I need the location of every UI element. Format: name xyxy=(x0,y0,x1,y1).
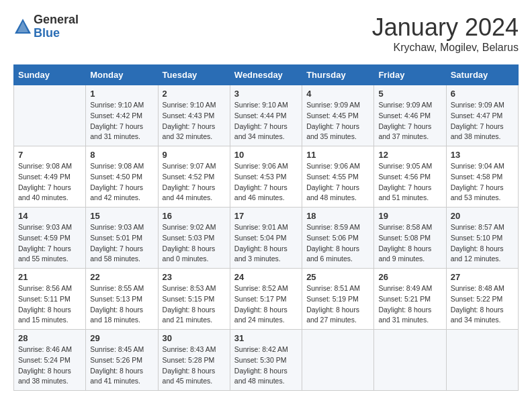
calendar-cell: 27Sunrise: 8:48 AMSunset: 5:22 PMDayligh… xyxy=(446,269,518,330)
day-info: Sunrise: 9:02 AMSunset: 5:03 PMDaylight:… xyxy=(163,222,226,265)
day-number: 20 xyxy=(451,211,514,221)
day-info: Sunrise: 8:45 AMSunset: 5:26 PMDaylight:… xyxy=(90,345,153,387)
day-number: 21 xyxy=(18,272,81,282)
day-info: Sunrise: 9:03 AMSunset: 4:59 PMDaylight:… xyxy=(18,222,81,265)
calendar-cell: 29Sunrise: 8:45 AMSunset: 5:26 PMDayligh… xyxy=(86,330,158,391)
calendar-cell: 15Sunrise: 9:03 AMSunset: 5:01 PMDayligh… xyxy=(86,208,158,269)
calendar-cell: 1Sunrise: 9:10 AMSunset: 4:42 PMDaylight… xyxy=(86,85,158,146)
calendar-week-row: 1Sunrise: 9:10 AMSunset: 4:42 PMDaylight… xyxy=(14,85,519,146)
calendar-header-row: SundayMondayTuesdayWednesdayThursdayFrid… xyxy=(14,65,519,85)
day-info: Sunrise: 9:09 AMSunset: 4:45 PMDaylight:… xyxy=(306,100,369,142)
day-number: 30 xyxy=(163,333,226,343)
day-info: Sunrise: 8:46 AMSunset: 5:24 PMDaylight:… xyxy=(18,345,81,387)
day-info: Sunrise: 8:48 AMSunset: 5:22 PMDaylight:… xyxy=(451,283,514,326)
day-info: Sunrise: 9:07 AMSunset: 4:52 PMDaylight:… xyxy=(163,161,226,203)
calendar-week-row: 14Sunrise: 9:03 AMSunset: 4:59 PMDayligh… xyxy=(14,208,519,269)
day-number: 13 xyxy=(451,150,514,160)
day-of-week-header: Friday xyxy=(374,65,446,85)
day-number: 5 xyxy=(378,89,441,99)
day-number: 1 xyxy=(90,89,153,99)
logo-blue-text: Blue xyxy=(34,27,79,40)
day-info: Sunrise: 8:53 AMSunset: 5:15 PMDaylight:… xyxy=(163,283,226,326)
logo-general-text: General xyxy=(34,13,79,27)
day-number: 26 xyxy=(378,272,441,282)
calendar-cell: 23Sunrise: 8:53 AMSunset: 5:15 PMDayligh… xyxy=(158,269,230,330)
logo: General Blue xyxy=(13,13,79,40)
day-info: Sunrise: 8:57 AMSunset: 5:10 PMDaylight:… xyxy=(451,222,514,265)
day-of-week-header: Sunday xyxy=(14,65,86,85)
location-subtitle: Krychaw, Mogilev, Belarus xyxy=(372,42,519,54)
calendar-cell xyxy=(302,330,374,391)
day-number: 28 xyxy=(18,333,81,343)
day-number: 3 xyxy=(234,89,298,99)
day-number: 31 xyxy=(234,333,298,343)
calendar-week-row: 21Sunrise: 8:56 AMSunset: 5:11 PMDayligh… xyxy=(14,269,519,330)
day-info: Sunrise: 8:58 AMSunset: 5:08 PMDaylight:… xyxy=(378,222,441,265)
month-title: January 2024 xyxy=(372,13,519,42)
calendar-cell: 7Sunrise: 9:08 AMSunset: 4:49 PMDaylight… xyxy=(14,146,86,208)
day-of-week-header: Tuesday xyxy=(158,65,230,85)
calendar-cell: 18Sunrise: 8:59 AMSunset: 5:06 PMDayligh… xyxy=(302,208,374,269)
day-number: 6 xyxy=(451,89,514,99)
day-number: 12 xyxy=(378,150,441,160)
day-number: 18 xyxy=(306,211,369,221)
day-info: Sunrise: 9:08 AMSunset: 4:49 PMDaylight:… xyxy=(18,161,81,203)
day-number: 27 xyxy=(451,272,514,282)
day-number: 25 xyxy=(306,272,369,282)
day-info: Sunrise: 9:10 AMSunset: 4:42 PMDaylight:… xyxy=(90,100,153,142)
calendar-cell: 31Sunrise: 8:42 AMSunset: 5:30 PMDayligh… xyxy=(230,330,302,391)
day-number: 14 xyxy=(18,211,81,221)
day-number: 24 xyxy=(234,272,298,282)
day-info: Sunrise: 9:08 AMSunset: 4:50 PMDaylight:… xyxy=(90,161,153,203)
day-info: Sunrise: 9:09 AMSunset: 4:46 PMDaylight:… xyxy=(378,100,441,142)
calendar-cell: 28Sunrise: 8:46 AMSunset: 5:24 PMDayligh… xyxy=(14,330,86,391)
calendar-cell: 12Sunrise: 9:05 AMSunset: 4:56 PMDayligh… xyxy=(374,146,446,208)
day-info: Sunrise: 9:09 AMSunset: 4:47 PMDaylight:… xyxy=(451,100,514,142)
calendar-cell: 11Sunrise: 9:06 AMSunset: 4:55 PMDayligh… xyxy=(302,146,374,208)
day-info: Sunrise: 9:05 AMSunset: 4:56 PMDaylight:… xyxy=(378,161,441,203)
day-number: 8 xyxy=(90,150,153,160)
calendar-cell: 26Sunrise: 8:49 AMSunset: 5:21 PMDayligh… xyxy=(374,269,446,330)
day-of-week-header: Saturday xyxy=(446,65,518,85)
day-number: 15 xyxy=(90,211,153,221)
calendar-cell: 6Sunrise: 9:09 AMSunset: 4:47 PMDaylight… xyxy=(446,85,518,146)
calendar-week-row: 7Sunrise: 9:08 AMSunset: 4:49 PMDaylight… xyxy=(14,146,519,208)
day-number: 2 xyxy=(163,89,226,99)
day-number: 4 xyxy=(306,89,369,99)
calendar-cell xyxy=(446,330,518,391)
day-number: 10 xyxy=(234,150,298,160)
calendar-cell: 16Sunrise: 9:02 AMSunset: 5:03 PMDayligh… xyxy=(158,208,230,269)
calendar-cell: 22Sunrise: 8:55 AMSunset: 5:13 PMDayligh… xyxy=(86,269,158,330)
calendar-cell: 17Sunrise: 9:01 AMSunset: 5:04 PMDayligh… xyxy=(230,208,302,269)
calendar-cell: 2Sunrise: 9:10 AMSunset: 4:43 PMDaylight… xyxy=(158,85,230,146)
day-info: Sunrise: 9:01 AMSunset: 5:04 PMDaylight:… xyxy=(234,222,298,265)
day-info: Sunrise: 8:55 AMSunset: 5:13 PMDaylight:… xyxy=(90,283,153,326)
calendar-cell: 14Sunrise: 9:03 AMSunset: 4:59 PMDayligh… xyxy=(14,208,86,269)
calendar-cell: 8Sunrise: 9:08 AMSunset: 4:50 PMDaylight… xyxy=(86,146,158,208)
calendar-cell: 21Sunrise: 8:56 AMSunset: 5:11 PMDayligh… xyxy=(14,269,86,330)
calendar-cell: 4Sunrise: 9:09 AMSunset: 4:45 PMDaylight… xyxy=(302,85,374,146)
title-section: January 2024 Krychaw, Mogilev, Belarus xyxy=(372,13,519,54)
day-info: Sunrise: 8:52 AMSunset: 5:17 PMDaylight:… xyxy=(234,283,298,326)
calendar-cell: 19Sunrise: 8:58 AMSunset: 5:08 PMDayligh… xyxy=(374,208,446,269)
day-info: Sunrise: 9:06 AMSunset: 4:53 PMDaylight:… xyxy=(234,161,298,203)
calendar-cell: 25Sunrise: 8:51 AMSunset: 5:19 PMDayligh… xyxy=(302,269,374,330)
day-number: 17 xyxy=(234,211,298,221)
day-of-week-header: Wednesday xyxy=(230,65,302,85)
calendar-cell: 13Sunrise: 9:04 AMSunset: 4:58 PMDayligh… xyxy=(446,146,518,208)
calendar-cell: 9Sunrise: 9:07 AMSunset: 4:52 PMDaylight… xyxy=(158,146,230,208)
calendar-cell: 30Sunrise: 8:43 AMSunset: 5:28 PMDayligh… xyxy=(158,330,230,391)
day-info: Sunrise: 8:59 AMSunset: 5:06 PMDaylight:… xyxy=(306,222,369,265)
day-info: Sunrise: 8:51 AMSunset: 5:19 PMDaylight:… xyxy=(306,283,369,326)
day-of-week-header: Thursday xyxy=(302,65,374,85)
page-header: General Blue January 2024 Krychaw, Mogil… xyxy=(13,13,519,54)
day-info: Sunrise: 9:10 AMSunset: 4:43 PMDaylight:… xyxy=(163,100,226,142)
day-number: 29 xyxy=(90,333,153,343)
day-info: Sunrise: 8:56 AMSunset: 5:11 PMDaylight:… xyxy=(18,283,81,326)
day-info: Sunrise: 8:49 AMSunset: 5:21 PMDaylight:… xyxy=(378,283,441,326)
day-of-week-header: Monday xyxy=(86,65,158,85)
day-number: 11 xyxy=(306,150,369,160)
day-info: Sunrise: 9:04 AMSunset: 4:58 PMDaylight:… xyxy=(451,161,514,203)
calendar-cell xyxy=(14,85,86,146)
logo-icon xyxy=(13,17,32,36)
